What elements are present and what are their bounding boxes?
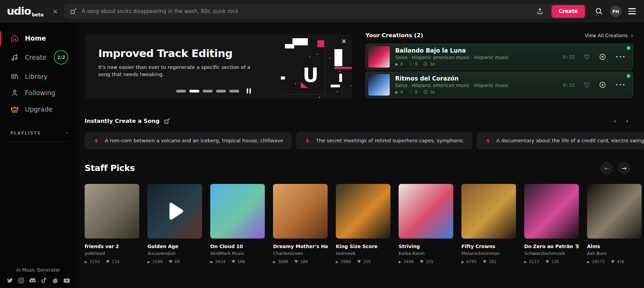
song-artist[interactable]: Melanintoninman bbox=[461, 251, 516, 256]
song-artist[interactable]: Schwarzlochmusik bbox=[524, 251, 579, 256]
prompt-input[interactable]: A song about socks disappearing in the w… bbox=[64, 4, 587, 19]
song-artist[interactable]: CharlesGroen bbox=[273, 251, 328, 256]
sidebar-item-upgrade[interactable]: Upgrade bbox=[0, 101, 76, 117]
song-artwork[interactable] bbox=[147, 184, 202, 239]
play-count: ▶3424 bbox=[210, 259, 225, 264]
create-button[interactable]: Create bbox=[552, 5, 585, 18]
song-card[interactable]: Dreamy Mother's Hallo... CharlesGroen ▶3… bbox=[273, 184, 328, 264]
tiktok-icon[interactable] bbox=[41, 277, 47, 284]
sidebar-item-home[interactable]: Home bbox=[0, 30, 76, 46]
add-to-playlist-button[interactable] bbox=[599, 81, 606, 88]
promo-banner[interactable]: Improved Track Editing It's now easier t… bbox=[85, 34, 352, 99]
song-artist[interactable]: Ash Burn bbox=[587, 251, 642, 256]
prompts-prev-button[interactable]: ‹ bbox=[614, 118, 616, 124]
play-icon: ▶ bbox=[395, 90, 398, 95]
play-icon: ▶ bbox=[273, 260, 276, 264]
staff-picks-section: Staff Picks ← → friends var 2 yolkhead ▶… bbox=[85, 162, 644, 264]
view-all-creations-link[interactable]: View All Creations › bbox=[585, 32, 633, 39]
like-count: ♥69 bbox=[169, 259, 180, 264]
creation-track-row[interactable]: Ritmos del Corazón Salsa · Hispanic amer… bbox=[366, 72, 633, 98]
create-music-icon bbox=[10, 53, 19, 62]
like-button[interactable]: ♡ bbox=[584, 53, 590, 61]
udio-logo[interactable]: udio beta bbox=[7, 6, 44, 16]
creations-title: Your Creations (2) bbox=[366, 32, 423, 39]
carousel-dot[interactable] bbox=[229, 90, 239, 92]
song-card[interactable]: On Cloud 10 SkidMark Music ▶3424♥106 bbox=[210, 184, 265, 264]
song-artist[interactable]: Kaiba Kaioh bbox=[399, 251, 453, 256]
like-count: ♥181 bbox=[483, 259, 496, 264]
song-artwork[interactable] bbox=[210, 184, 265, 239]
twitter-icon[interactable] bbox=[6, 277, 13, 284]
heart-icon: ♥ bbox=[231, 259, 235, 264]
prompt-pill[interactable]: A rom-com between a volcano and an icebe… bbox=[85, 132, 292, 149]
song-artwork[interactable] bbox=[461, 184, 516, 239]
staff-picks-title: Staff Picks bbox=[85, 163, 135, 173]
reddit-icon[interactable] bbox=[52, 277, 59, 284]
song-artwork[interactable] bbox=[85, 184, 139, 239]
status-dot bbox=[627, 46, 630, 50]
song-card[interactable]: Striving Kaiba Kaioh ▶3490♥155 bbox=[399, 184, 453, 264]
heart-icon: ♥ bbox=[611, 259, 615, 264]
play-icon: ▶ bbox=[147, 260, 150, 264]
song-artist[interactable]: yolkhead bbox=[85, 251, 139, 256]
carousel-dot[interactable] bbox=[176, 90, 186, 92]
prompt-pill[interactable]: The secret meetings of retired superhero… bbox=[296, 132, 472, 149]
dice-icon[interactable] bbox=[163, 117, 171, 125]
youtube-icon[interactable] bbox=[63, 277, 70, 284]
prompts-next-button[interactable]: › bbox=[626, 118, 628, 124]
share-icon[interactable] bbox=[536, 8, 544, 15]
discord-icon[interactable] bbox=[29, 277, 37, 284]
sidebar-footer: AI Music Generator bbox=[0, 267, 76, 288]
song-title: Do Zero ao Patrão 💸 (... bbox=[524, 244, 579, 249]
song-artwork[interactable] bbox=[587, 184, 642, 239]
song-artwork[interactable] bbox=[336, 184, 390, 239]
song-card[interactable]: Do Zero ao Patrão 💸 (... Schwarzlochmusi… bbox=[524, 184, 579, 264]
creation-track-row[interactable]: Bailando Bajo la Luna Salsa · Hispanic a… bbox=[366, 44, 633, 70]
staff-next-button[interactable]: → bbox=[618, 162, 630, 174]
like-count: ♡0 bbox=[409, 89, 417, 95]
song-artist[interactable]: Holmes6 bbox=[336, 251, 390, 256]
song-title: Fifty Crowns bbox=[461, 244, 516, 249]
song-card[interactable]: Alms Ash Burn ▶10572♥476 bbox=[587, 184, 642, 264]
sidebar-item-create[interactable]: Create 2/2 bbox=[0, 46, 76, 68]
song-artist[interactable]: ducavendish bbox=[147, 251, 202, 256]
logo-text: udio bbox=[7, 6, 31, 16]
prompt-pill[interactable]: A documentary about the life of a credit… bbox=[476, 132, 644, 149]
search-icon[interactable] bbox=[595, 7, 603, 15]
playlists-header[interactable]: PLAYLISTS › bbox=[0, 130, 76, 136]
like-button[interactable]: ♡ bbox=[584, 81, 590, 89]
carousel-dot[interactable] bbox=[203, 90, 213, 92]
avatar[interactable]: FH bbox=[610, 5, 621, 17]
song-artwork[interactable] bbox=[273, 184, 328, 239]
song-card[interactable]: King Size Score Holmes6 ▶3989♥155 bbox=[336, 184, 390, 264]
staff-prev-button[interactable]: ← bbox=[600, 162, 613, 174]
song-title: Dreamy Mother's Hallo... bbox=[273, 244, 328, 249]
add-to-playlist-button[interactable] bbox=[599, 53, 606, 60]
close-icon[interactable]: × bbox=[53, 7, 58, 15]
song-card[interactable]: Fifty Crowns Melanintoninman ▶4795♥181 bbox=[461, 184, 516, 264]
more-options-button[interactable]: ••• bbox=[615, 82, 626, 87]
pause-icon[interactable] bbox=[247, 88, 251, 93]
topbar: udio beta × A song about socks disappear… bbox=[0, 0, 644, 23]
banner-close-icon[interactable]: × bbox=[341, 37, 347, 45]
song-title: Striving bbox=[399, 244, 453, 249]
menu-icon[interactable] bbox=[628, 8, 636, 14]
playlists-label: PLAYLISTS bbox=[10, 130, 41, 135]
song-artist[interactable]: SkidMark Music bbox=[210, 251, 265, 256]
sidebar-item-label: Upgrade bbox=[25, 105, 53, 113]
song-card[interactable]: Golden Age ducavendish ▶3109♥69 bbox=[147, 184, 202, 264]
play-button-overlay[interactable] bbox=[147, 184, 202, 239]
sidebar-item-library[interactable]: Library bbox=[0, 68, 76, 85]
more-options-button[interactable]: ••• bbox=[615, 54, 626, 59]
track-artwork[interactable] bbox=[368, 74, 390, 96]
sidebar-item-label: Following bbox=[25, 89, 55, 97]
song-artwork[interactable] bbox=[399, 184, 453, 239]
song-artwork[interactable] bbox=[524, 184, 579, 239]
track-artwork[interactable] bbox=[368, 46, 390, 68]
instagram-icon[interactable] bbox=[18, 277, 25, 284]
carousel-dot[interactable] bbox=[216, 90, 226, 92]
lightning-icon bbox=[485, 138, 491, 144]
carousel-dot[interactable] bbox=[189, 90, 199, 92]
song-card[interactable]: friends var 2 yolkhead ▶3153♥114 bbox=[85, 184, 139, 264]
sidebar-item-following[interactable]: Following bbox=[0, 85, 76, 101]
